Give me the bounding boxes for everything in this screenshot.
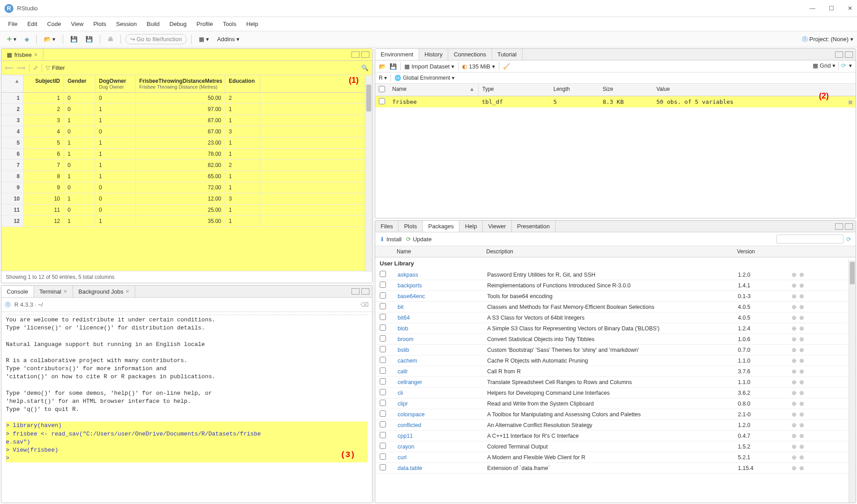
- remove-icon[interactable]: ⊗: [799, 454, 804, 461]
- table-row[interactable]: 7 7 0 1 82.00 2: [1, 160, 372, 171]
- env-row-frisbee[interactable]: frisbee tbl_df 5 8.3 KB 50 obs. of 5 var…: [375, 96, 856, 107]
- pkg-link[interactable]: callr: [398, 368, 408, 375]
- source-tab-frisbee[interactable]: ▦ frisbee ×: [1, 49, 43, 60]
- web-icon[interactable]: ⊕: [792, 389, 797, 396]
- install-button[interactable]: ⬇ Install: [380, 236, 402, 243]
- maximize-console-button[interactable]: [361, 288, 369, 295]
- history-tab[interactable]: History: [419, 49, 448, 60]
- table-row[interactable]: 4 4 0 0 67.00 3: [1, 126, 372, 137]
- remove-icon[interactable]: ⊗: [799, 379, 804, 385]
- remove-icon[interactable]: ⊗: [799, 293, 804, 299]
- pkg-link[interactable]: data.table: [398, 465, 422, 471]
- print-button[interactable]: 🖶: [105, 34, 116, 44]
- memory-usage[interactable]: ◐ 135 MiB ▾: [462, 63, 495, 70]
- table-row[interactable]: 9 9 0 0 72.00 1: [1, 182, 372, 193]
- pkg-link[interactable]: colorspace: [398, 411, 424, 418]
- pkg-scrollbar[interactable]: [848, 260, 856, 503]
- language-menu[interactable]: R ▾: [379, 75, 387, 81]
- remove-icon[interactable]: ⊗: [799, 368, 804, 375]
- web-icon[interactable]: ⊕: [792, 346, 797, 353]
- pkg-checkbox[interactable]: [380, 453, 386, 460]
- plots-tab[interactable]: Plots: [399, 221, 423, 232]
- remove-icon[interactable]: ⊗: [799, 357, 804, 364]
- connections-tab[interactable]: Connections: [448, 49, 492, 60]
- pkg-link[interactable]: blob: [398, 325, 408, 332]
- pkg-checkbox[interactable]: [380, 303, 386, 309]
- tutorial-tab[interactable]: Tutorial: [492, 49, 523, 60]
- view-mode-menu[interactable]: ▦ Grid ▾: [813, 62, 836, 70]
- web-icon[interactable]: ⊕: [792, 454, 797, 461]
- table-row[interactable]: 3 3 1 1 87.00 1: [1, 115, 372, 126]
- minimize-pkg-button[interactable]: [835, 223, 843, 230]
- pkg-checkbox[interactable]: [380, 410, 386, 417]
- pkg-checkbox[interactable]: [380, 432, 386, 438]
- pkg-link[interactable]: conflicted: [398, 422, 421, 428]
- project-menu[interactable]: Ⓡ Project: (None) ▾: [802, 35, 853, 43]
- web-icon[interactable]: ⊕: [792, 303, 797, 310]
- files-tab[interactable]: Files: [375, 221, 399, 232]
- web-icon[interactable]: ⊕: [792, 379, 797, 385]
- pkg-checkbox[interactable]: [380, 271, 386, 277]
- table-row[interactable]: 6 6 1 1 78.00 1: [1, 149, 372, 160]
- web-icon[interactable]: ⊕: [792, 443, 797, 450]
- save-all-button[interactable]: 💾: [83, 34, 95, 44]
- presentation-tab[interactable]: Presentation: [512, 221, 556, 232]
- env-row-checkbox[interactable]: [379, 98, 385, 104]
- remove-icon[interactable]: ⊗: [799, 422, 804, 428]
- packages-tab[interactable]: Packages: [423, 221, 459, 232]
- clear-workspace-button[interactable]: 🧹: [503, 63, 510, 70]
- table-row[interactable]: 10 10 1 0 12.00 3: [1, 193, 372, 205]
- console-tab[interactable]: Console: [1, 286, 34, 297]
- remove-icon[interactable]: ⊗: [799, 271, 804, 278]
- refresh-packages-button[interactable]: ⟳: [846, 236, 851, 243]
- table-row[interactable]: 5 5 1 1 23.00 1: [1, 137, 372, 149]
- data-viewer-scrollbar[interactable]: [365, 76, 372, 272]
- pkg-link[interactable]: cellranger: [398, 379, 422, 385]
- clear-console-button[interactable]: ⌫: [360, 301, 369, 308]
- minimize-pane-button[interactable]: [351, 51, 360, 58]
- menu-session[interactable]: Session: [111, 19, 141, 29]
- show-in-new-window-button[interactable]: ⤢: [33, 64, 38, 71]
- viewer-tab[interactable]: Viewer: [483, 221, 512, 232]
- load-workspace-button[interactable]: 📂: [379, 63, 386, 70]
- close-tab-icon[interactable]: ×: [34, 51, 38, 58]
- menu-plots[interactable]: Plots: [89, 19, 111, 29]
- pkg-checkbox[interactable]: [380, 335, 386, 342]
- view-data-icon[interactable]: ▦: [848, 98, 852, 105]
- remove-icon[interactable]: ⊗: [799, 314, 804, 321]
- menu-build[interactable]: Build: [142, 19, 164, 29]
- pkg-link[interactable]: bslib: [398, 347, 409, 353]
- pkg-link[interactable]: cli: [398, 390, 403, 396]
- remove-icon[interactable]: ⊗: [799, 346, 804, 353]
- web-icon[interactable]: ⊕: [792, 368, 797, 375]
- web-icon[interactable]: ⊕: [792, 465, 797, 471]
- menu-profile[interactable]: Profile: [192, 19, 218, 29]
- remove-icon[interactable]: ⊗: [799, 303, 804, 310]
- remove-icon[interactable]: ⊗: [799, 389, 804, 396]
- addins-menu[interactable]: Addins ▾: [214, 34, 242, 44]
- maximize-button[interactable]: ☐: [829, 5, 834, 12]
- forward-button[interactable]: ⟹: [17, 64, 26, 71]
- remove-icon[interactable]: ⊗: [799, 336, 804, 342]
- pkg-link[interactable]: curl: [398, 454, 407, 461]
- minimize-console-button[interactable]: [351, 288, 360, 295]
- web-icon[interactable]: ⊕: [792, 422, 797, 428]
- maximize-pkg-button[interactable]: [845, 223, 853, 230]
- web-icon[interactable]: ⊕: [792, 411, 797, 418]
- pkg-checkbox[interactable]: [380, 346, 386, 352]
- table-row[interactable]: 8 8 1 1 65.00 1: [1, 171, 372, 182]
- console-output[interactable]: You are welcome to redistribute it under…: [1, 312, 372, 465]
- menu-debug[interactable]: Debug: [165, 19, 191, 29]
- web-icon[interactable]: ⊕: [792, 271, 797, 278]
- select-all-checkbox[interactable]: [379, 86, 385, 92]
- menu-help[interactable]: Help: [242, 19, 263, 29]
- pkg-checkbox[interactable]: [380, 464, 386, 470]
- maximize-env-button[interactable]: [845, 51, 853, 58]
- web-icon[interactable]: ⊕: [792, 400, 797, 407]
- pkg-link[interactable]: bit: [398, 304, 403, 310]
- pkg-link[interactable]: base64enc: [398, 293, 425, 299]
- pkg-link[interactable]: bit64: [398, 315, 410, 321]
- search-icon[interactable]: 🔍: [361, 64, 369, 71]
- remove-icon[interactable]: ⊗: [799, 465, 804, 471]
- pkg-checkbox[interactable]: [380, 357, 386, 363]
